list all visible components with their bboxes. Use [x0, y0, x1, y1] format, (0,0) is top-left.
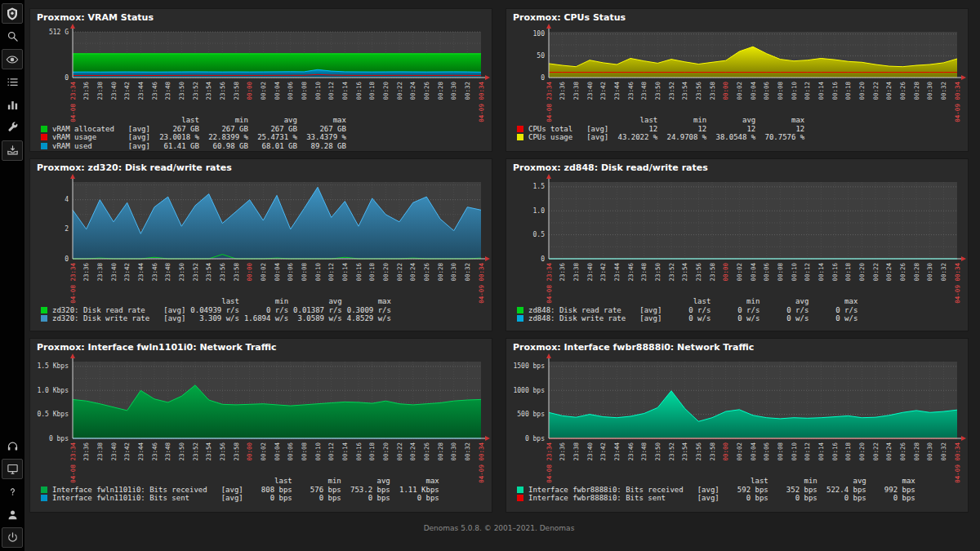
- svg-text:23:56: 23:56: [219, 263, 226, 282]
- svg-text:23:48: 23:48: [164, 263, 172, 282]
- svg-text:23:38: 23:38: [96, 442, 104, 461]
- svg-text:23:40: 23:40: [586, 442, 594, 461]
- legend-col-last: last: [722, 477, 771, 486]
- legend-col-max: max: [300, 116, 349, 125]
- legend-swatch: [517, 134, 523, 140]
- legend-last: 0 r/s: [664, 306, 713, 315]
- svg-text:00:02: 00:02: [736, 82, 743, 100]
- svg-text:04-09 00:34: 04-09 00:34: [954, 82, 961, 122]
- legend-min: 0 bps: [771, 494, 820, 503]
- legend-mode: [avg]: [584, 125, 611, 134]
- legend-col-avg: avg: [251, 116, 300, 125]
- svg-text:23:44: 23:44: [613, 82, 621, 100]
- search-icon[interactable]: [2, 26, 23, 47]
- legend-col-min: min: [660, 116, 709, 125]
- legend: lastminavgmaxInterface fwln1101i0: Bits …: [38, 477, 442, 503]
- legend-min: 0 bps: [295, 494, 344, 503]
- legend-swatch: [41, 315, 47, 322]
- legend-row: zd848: Disk read rate[avg]0 r/s0 r/s0 r/…: [514, 306, 860, 315]
- app-logo-icon[interactable]: [2, 3, 23, 24]
- legend-mode: [avg]: [161, 306, 188, 315]
- legend-max: 0 w/s: [811, 314, 860, 323]
- legend-col-max: max: [393, 477, 442, 486]
- svg-text:00:16: 00:16: [355, 263, 363, 282]
- svg-text:00:16: 00:16: [831, 442, 839, 461]
- legend-col-last: last: [611, 116, 660, 125]
- panel-zd848: Proxmox: zd848: Disk read/write rates00.…: [506, 158, 969, 331]
- headphones-icon[interactable]: [2, 436, 23, 456]
- svg-text:50: 50: [537, 52, 545, 60]
- chart-bars-icon[interactable]: [2, 95, 23, 115]
- svg-text:23:40: 23:40: [586, 82, 594, 100]
- legend-label: Interface fwln1101i0: Bits sent: [50, 494, 219, 503]
- svg-text:00:02: 00:02: [260, 263, 267, 282]
- svg-text:1.5: 1.5: [533, 183, 546, 190]
- legend-mode: [avg]: [637, 314, 664, 323]
- svg-text:00:12: 00:12: [327, 82, 335, 100]
- legend-col-min: min: [202, 116, 251, 125]
- chart-fwbr8888i0[interactable]: 0 bps500 bps1000 bps1500 bps04-08 23:342…: [506, 355, 968, 476]
- svg-text:00:24: 00:24: [409, 442, 416, 461]
- svg-text:100: 100: [533, 30, 546, 38]
- legend-max: 1.11 Kbps: [393, 486, 442, 495]
- svg-text:00:30: 00:30: [450, 82, 457, 100]
- svg-text:00:28: 00:28: [913, 82, 920, 100]
- svg-text:23:42: 23:42: [123, 442, 131, 461]
- svg-text:23:56: 23:56: [695, 442, 702, 461]
- svg-text:23:42: 23:42: [123, 263, 131, 282]
- svg-text:00:28: 00:28: [437, 442, 444, 461]
- display-icon[interactable]: [2, 459, 23, 479]
- svg-text:23:42: 23:42: [123, 82, 131, 100]
- svg-text:23:46: 23:46: [151, 263, 158, 282]
- svg-text:00:18: 00:18: [844, 82, 852, 100]
- legend-avg: 38.0548 %: [709, 133, 758, 142]
- legend-col-min: min: [713, 297, 762, 306]
- svg-text:1.0: 1.0: [533, 207, 546, 215]
- legend-last: 43.2022 %: [611, 133, 660, 142]
- svg-text:00:00: 00:00: [246, 442, 253, 461]
- svg-text:00:16: 00:16: [831, 82, 839, 100]
- legend-swatch: [41, 487, 47, 493]
- legend-header: lastminavgmax: [514, 116, 807, 125]
- legend-max: 89.28 GB: [300, 142, 349, 151]
- svg-text:00:28: 00:28: [913, 263, 920, 282]
- svg-text:1000 bps: 1000 bps: [513, 387, 545, 394]
- legend-avg: 68.01 GB: [251, 142, 300, 151]
- legend-col-last: last: [664, 297, 713, 306]
- eye-icon[interactable]: [2, 49, 23, 69]
- svg-text:23:38: 23:38: [96, 82, 104, 100]
- help-icon[interactable]: [2, 482, 23, 502]
- legend-col-max: max: [811, 297, 860, 306]
- chart-zd848[interactable]: 00.51.01.504-08 23:3423:3623:3823:4023:4…: [506, 176, 968, 296]
- list-icon[interactable]: [2, 72, 23, 92]
- svg-text:23:48: 23:48: [640, 263, 648, 282]
- svg-text:2: 2: [65, 225, 69, 233]
- inbox-download-icon[interactable]: [2, 140, 23, 161]
- svg-text:00:08: 00:08: [301, 82, 308, 100]
- legend-label: zd320: Disk read rate: [50, 306, 161, 315]
- legend-mode: [avg]: [126, 125, 153, 134]
- chart-vram[interactable]: 0512 G04-08 23:3423:3623:3823:4023:4223:…: [30, 25, 492, 115]
- wrench-icon[interactable]: [2, 118, 23, 138]
- legend-min: 60.98 GB: [202, 142, 251, 151]
- svg-text:1500 bps: 1500 bps: [513, 362, 545, 370]
- legend-row: vRAM allocated[avg]267 GB267 GB267 GB267…: [38, 125, 349, 134]
- legend-swatch: [41, 134, 47, 140]
- legend: lastminavgmaxvRAM allocated[avg]267 GB26…: [38, 116, 349, 150]
- chart-cpus[interactable]: 05010004-08 23:3423:3623:3823:4023:4223:…: [506, 25, 968, 115]
- svg-text:23:54: 23:54: [681, 263, 688, 282]
- panel-cpus: Proxmox: CPUs Status05010004-08 23:3423:…: [506, 8, 969, 152]
- svg-text:00:08: 00:08: [301, 442, 308, 461]
- svg-text:00:20: 00:20: [382, 263, 390, 282]
- user-icon[interactable]: [2, 504, 23, 525]
- svg-text:04-08 23:34: 04-08 23:34: [546, 442, 553, 483]
- svg-text:23:54: 23:54: [681, 82, 688, 100]
- chart-zd320[interactable]: 02404-08 23:3423:3623:3823:4023:4223:442…: [30, 176, 492, 296]
- power-icon[interactable]: [2, 527, 23, 548]
- svg-text:23:42: 23:42: [599, 263, 607, 282]
- chart-fwln1101i0[interactable]: 0 bps0.5 Kbps1.0 Kbps1.5 Kbps04-08 23:34…: [30, 355, 492, 476]
- legend-row: Interface fwln1101i0: Bits received[avg]…: [38, 486, 442, 495]
- legend-mode: [avg]: [584, 133, 611, 142]
- svg-text:23:36: 23:36: [559, 442, 566, 461]
- svg-text:00:10: 00:10: [791, 82, 798, 100]
